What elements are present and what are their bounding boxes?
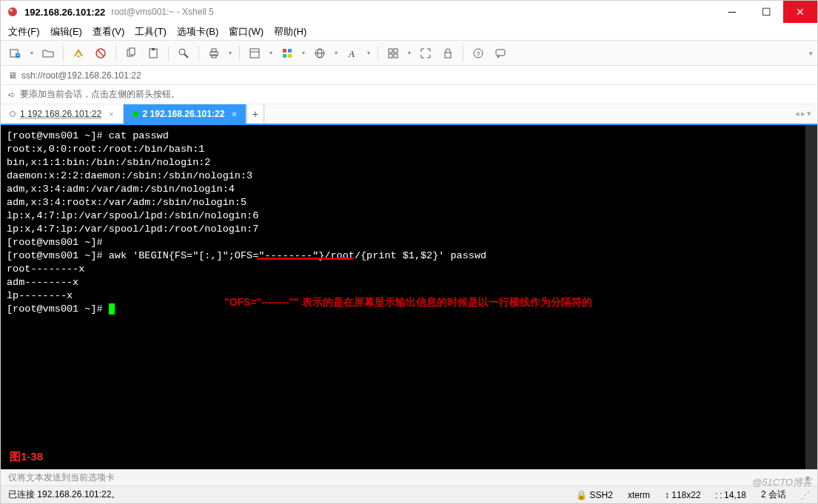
svg-line-7	[98, 50, 104, 56]
tab-nav: ◂ ▸ ▾	[795, 109, 811, 118]
window-title-sub: root@vms001:~ - Xshell 5	[111, 7, 214, 17]
svg-text:A: A	[348, 48, 355, 59]
send-bar-text: 仅将文本发送到当前选项卡	[8, 471, 115, 484]
tab-next-icon[interactable]: ▸	[801, 109, 805, 118]
lock-icon[interactable]	[439, 44, 457, 62]
terminal-line: adm,x:3:4:rootx:/var/adm:/sbin/nologin:5	[7, 196, 811, 209]
font-dropdown[interactable]: ▾	[366, 50, 372, 56]
font-icon[interactable]: A	[343, 44, 361, 62]
status-pos: ⸬ 14,18	[716, 490, 746, 500]
terminal-line: [root@vms001 ~]# cat passwd	[7, 130, 811, 143]
window-title-main: 192.168.26.101:22	[24, 7, 105, 18]
tab-add-button[interactable]: +	[247, 104, 264, 124]
hint-bar: ➪ 要添加当前会话，点击左侧的箭头按钮。	[1, 85, 817, 104]
send-bar[interactable]: 仅将文本发送到当前选项卡 ▾	[1, 469, 817, 485]
print-dropdown[interactable]: ▾	[227, 50, 233, 56]
tab-2-label: 2 192.168.26.101:22	[143, 109, 225, 119]
fullscreen-icon[interactable]	[417, 44, 435, 62]
status-term: xterm	[628, 490, 650, 500]
new-session-dropdown[interactable]: ▾	[29, 50, 35, 56]
svg-point-1	[10, 9, 13, 12]
separator	[115, 46, 116, 61]
address-text[interactable]: ssh://root@192.168.26.101:22	[21, 70, 810, 81]
color-icon[interactable]	[278, 44, 296, 62]
menubar: 文件(F) 编辑(E) 查看(V) 工具(T) 选项卡(B) 窗口(W) 帮助(…	[1, 23, 817, 41]
svg-rect-29	[389, 54, 392, 58]
help-icon[interactable]: ?	[469, 44, 487, 62]
tab-2-close-icon[interactable]: ×	[232, 110, 236, 118]
address-bar: 🖥 ssh://root@192.168.26.101:22	[1, 66, 817, 85]
toolbar-overflow-icon[interactable]: ▾	[809, 50, 813, 57]
new-session-icon[interactable]: +	[7, 44, 24, 62]
statusbar: 已连接 192.168.26.101:22。 🔒 SSH2 xterm ↕ 11…	[1, 485, 817, 503]
tab-list-icon[interactable]: ▾	[807, 109, 811, 118]
toolbar: + ▾ ▾ ▾ ▾ ▾ A ▾ ▾ ? ▾	[1, 41, 817, 66]
close-button[interactable]: ✕	[783, 1, 817, 23]
encoding-icon[interactable]	[311, 44, 329, 62]
menu-tools[interactable]: 工具(T)	[135, 25, 167, 38]
menu-edit[interactable]: 编辑(E)	[50, 25, 82, 38]
tab-1-close-icon[interactable]: ×	[109, 110, 113, 118]
terminal-cursor	[109, 303, 115, 315]
send-bar-dropdown-icon[interactable]: ▾	[805, 473, 810, 483]
annotation-text: "OFS="--------"" 表示的是在屏幕显示输出信息的时候是以一行横线作…	[224, 295, 592, 309]
terminal[interactable]: [root@vms001 ~]# cat passwdroot:x,0:0:ro…	[1, 125, 817, 469]
terminal-scrollbar[interactable]	[805, 125, 817, 469]
reconnect-icon[interactable]	[70, 44, 87, 62]
svg-rect-27	[389, 49, 392, 53]
disconnect-icon[interactable]	[92, 44, 110, 62]
maximize-button[interactable]: ☐	[749, 1, 783, 23]
terminal-line: adm,x:3:4:adm:/var/adm:/sbin/nologin:4	[7, 183, 811, 196]
print-icon[interactable]	[205, 44, 223, 62]
copy-icon[interactable]	[122, 44, 140, 62]
paste-icon[interactable]	[144, 44, 162, 62]
encoding-dropdown[interactable]: ▾	[333, 50, 339, 56]
svg-rect-34	[496, 50, 505, 56]
terminal-line: daemon:x:2:2:daemon:/sbin:/sbin/nologin:…	[7, 169, 811, 183]
menu-help[interactable]: 帮助(H)	[274, 25, 306, 38]
svg-rect-22	[288, 54, 292, 58]
properties-dropdown[interactable]: ▾	[268, 50, 274, 56]
status-sessions: 2 会话	[761, 488, 786, 501]
tabstrip: 1 192.168.26.101:22 × 2 192.168.26.101:2…	[1, 104, 817, 125]
tab-1-label: 1 192.168.26.101:22	[20, 109, 101, 119]
svg-line-13	[184, 54, 188, 58]
menu-window[interactable]: 窗口(W)	[229, 25, 264, 38]
app-icon	[7, 6, 19, 18]
menu-file[interactable]: 文件(F)	[8, 25, 40, 38]
hint-text: 要添加当前会话，点击左侧的箭头按钮。	[20, 88, 180, 101]
separator	[63, 46, 64, 61]
tab-session-2[interactable]: 2 192.168.26.101:22 ×	[124, 104, 247, 124]
svg-point-12	[179, 49, 185, 55]
tab-1-status-dot	[10, 111, 16, 117]
tile-dropdown[interactable]: ▾	[406, 50, 412, 56]
svg-rect-17	[250, 49, 259, 58]
tab-2-status-dot	[133, 111, 138, 117]
compose-icon[interactable]	[492, 44, 509, 62]
svg-rect-9	[130, 48, 135, 55]
tile-icon[interactable]	[384, 44, 402, 62]
separator	[168, 46, 169, 61]
terminal-line: lp:x,4:7:lp:/var/spool/lpd:/sbin/nologin…	[7, 209, 811, 223]
titlebar: 192.168.26.101:22 root@vms001:~ - Xshell…	[1, 1, 817, 23]
figure-label: 图1-38	[10, 450, 43, 463]
svg-rect-20	[288, 49, 292, 53]
separator	[463, 46, 463, 61]
find-icon[interactable]	[175, 44, 192, 62]
status-connection: 已连接 192.168.26.101:22。	[8, 488, 120, 501]
tab-session-1[interactable]: 1 192.168.26.101:22 ×	[1, 104, 124, 124]
properties-icon[interactable]	[246, 44, 264, 62]
color-dropdown[interactable]: ▾	[301, 50, 306, 56]
open-icon[interactable]	[39, 44, 57, 62]
status-size: ↕ 118x22	[665, 490, 701, 500]
svg-rect-11	[152, 48, 155, 50]
svg-rect-15	[212, 49, 216, 52]
menu-view[interactable]: 查看(V)	[93, 25, 124, 38]
terminal-line: lp:x,4:7:lp:/var/spool/lpd:/root/nologin…	[7, 223, 811, 236]
terminal-line: [root@vms001 ~]#	[7, 236, 811, 249]
minimize-button[interactable]: ─	[715, 1, 749, 23]
status-grip-icon[interactable]: ⋰	[801, 490, 810, 500]
hint-arrow-icon[interactable]: ➪	[8, 90, 16, 100]
tab-prev-icon[interactable]: ◂	[795, 109, 799, 118]
menu-tabs[interactable]: 选项卡(B)	[177, 25, 218, 38]
